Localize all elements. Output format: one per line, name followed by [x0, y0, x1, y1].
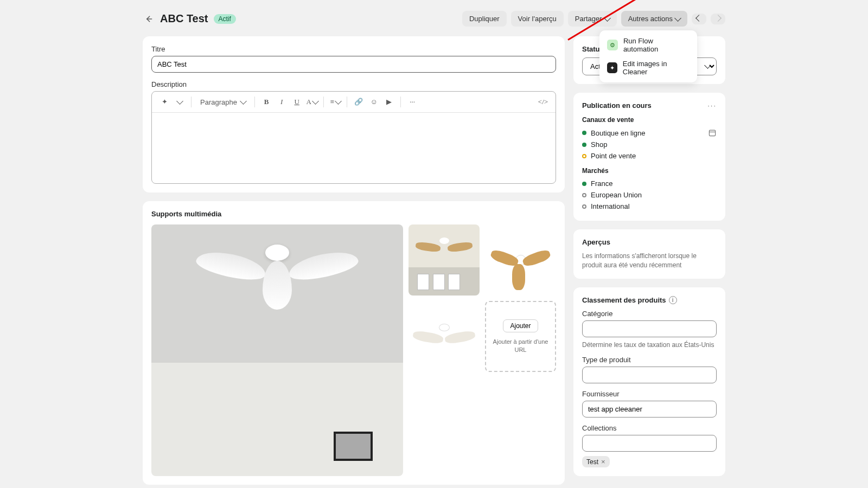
next-product-button: [711, 14, 725, 24]
insights-card: Aperçus Les informations s'afficheront l…: [573, 229, 725, 279]
type-label: Type de produit: [582, 356, 717, 364]
type-input[interactable]: [582, 367, 717, 383]
collection-tag[interactable]: Test ×: [582, 456, 610, 467]
menu-edit-images[interactable]: ✦ Edit images in Cleaner: [603, 56, 694, 79]
menu-run-flow[interactable]: ⚙ Run Flow automation: [603, 34, 694, 56]
insights-text: Les informations s'afficheront lorsque l…: [582, 252, 717, 270]
more-actions-button[interactable]: Autres actions: [621, 11, 687, 27]
media-heading: Supports multimédia: [151, 210, 556, 218]
media-thumb-1[interactable]: [409, 224, 480, 296]
vendor-label: Fournisseur: [582, 390, 717, 398]
schedule-icon[interactable]: [708, 129, 717, 137]
flow-icon: ⚙: [607, 40, 618, 50]
category-help: Détermine les taux de taxation aux États…: [582, 341, 717, 350]
title-label: Titre: [151, 45, 556, 53]
prev-product-button[interactable]: [692, 14, 706, 24]
organization-card: Classement des produits i Catégorie Déte…: [573, 287, 725, 477]
insights-heading: Aperçus: [582, 238, 717, 246]
more-format-button[interactable]: ···: [405, 95, 419, 109]
collections-input[interactable]: [582, 435, 717, 452]
media-main-image[interactable]: [151, 224, 403, 476]
tag-label: Test: [586, 458, 598, 466]
status-dot-icon: [582, 131, 586, 135]
publication-menu-button[interactable]: ···: [707, 101, 717, 110]
preview-button[interactable]: Voir l'aperçu: [511, 11, 564, 27]
chevron-down-icon: [335, 98, 342, 105]
media-add-tile[interactable]: Ajouter Ajouter à partir d'une URL: [485, 301, 556, 372]
status-dot-icon: [582, 204, 586, 209]
image-button[interactable]: ☺: [367, 95, 381, 109]
bold-button[interactable]: B: [259, 95, 273, 109]
chevron-down-icon: [674, 15, 681, 22]
description-label: Description: [151, 80, 556, 88]
status-dot-icon: [582, 182, 586, 186]
status-dot-icon: [582, 154, 586, 158]
paragraph-dropdown[interactable]: Paragraphe: [196, 95, 250, 109]
market-intl[interactable]: International: [582, 201, 717, 212]
align-button[interactable]: ≡: [328, 95, 342, 109]
svg-rect-1: [709, 130, 715, 136]
menu-item-label: Run Flow automation: [623, 37, 690, 53]
color-button[interactable]: A: [305, 95, 319, 109]
vendor-input[interactable]: [582, 401, 717, 418]
underline-button[interactable]: U: [290, 95, 304, 109]
chevron-down-icon: [604, 15, 611, 22]
title-input[interactable]: [151, 56, 556, 73]
html-button[interactable]: </>: [536, 95, 550, 109]
channel-online-store[interactable]: Boutique en ligne: [582, 127, 717, 139]
italic-button[interactable]: I: [275, 95, 289, 109]
description-body[interactable]: [152, 113, 556, 183]
page-title: ABC Test: [160, 12, 208, 25]
markets-label: Marchés: [582, 167, 717, 175]
more-actions-menu: ⚙ Run Flow automation ✦ Edit images in C…: [599, 30, 697, 82]
share-label: Partager: [575, 15, 602, 23]
channel-shop[interactable]: Shop: [582, 139, 717, 150]
ai-chevron[interactable]: [173, 95, 187, 109]
video-button[interactable]: ▶: [382, 95, 396, 109]
add-media-button[interactable]: Ajouter: [503, 319, 538, 332]
publication-heading: Publication en cours: [582, 101, 652, 110]
media-thumb-2[interactable]: [485, 224, 556, 296]
status-dot-icon: [582, 143, 586, 147]
share-button[interactable]: Partager: [568, 11, 617, 27]
status-dot-icon: [582, 193, 586, 197]
category-input[interactable]: [582, 320, 717, 337]
chevron-down-icon: [312, 98, 319, 105]
chevron-down-icon: [176, 98, 183, 105]
media-thumb-3[interactable]: [409, 301, 480, 372]
chevron-left-icon: [695, 15, 703, 22]
description-editor: ✦ Paragraphe B I U A ≡ 🔗 ☺: [151, 91, 556, 184]
title-description-card: Titre Description ✦ Paragraphe B I U A: [143, 36, 565, 192]
cleaner-icon: ✦: [607, 62, 617, 73]
remove-tag-icon[interactable]: ×: [601, 458, 605, 466]
link-button[interactable]: 🔗: [352, 95, 366, 109]
collections-label: Collections: [582, 424, 717, 432]
add-from-url-link[interactable]: Ajouter à partir d'une URL: [492, 338, 550, 354]
organization-heading: Classement des produits i: [582, 296, 717, 304]
info-icon[interactable]: i: [669, 296, 677, 304]
media-card: Supports multimédia: [143, 201, 565, 485]
ai-button[interactable]: ✦: [157, 95, 171, 109]
publication-card: Publication en cours ··· Canaux de vente…: [573, 93, 725, 221]
chevron-right-icon: [714, 15, 722, 22]
market-france[interactable]: France: [582, 178, 717, 189]
status-badge: Actif: [214, 14, 236, 24]
channel-pos[interactable]: Point de vente: [582, 150, 717, 162]
market-eu[interactable]: European Union: [582, 189, 717, 201]
more-label: Autres actions: [628, 15, 673, 23]
category-label: Catégorie: [582, 310, 717, 318]
back-button[interactable]: [143, 13, 155, 25]
channels-label: Canaux de vente: [582, 116, 717, 124]
chevron-down-icon: [240, 98, 247, 105]
duplicate-button[interactable]: Dupliquer: [462, 11, 507, 27]
menu-item-label: Edit images in Cleaner: [623, 60, 690, 76]
